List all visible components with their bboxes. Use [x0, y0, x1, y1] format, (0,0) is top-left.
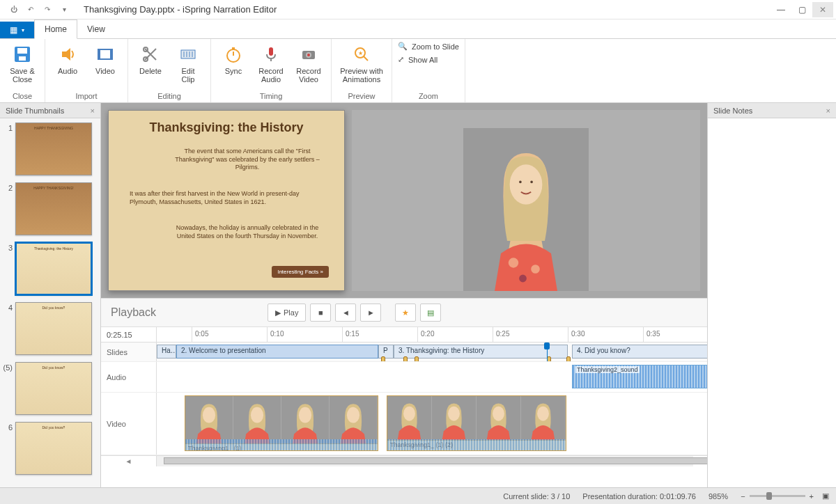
close-panel-icon[interactable]: ×: [826, 107, 830, 115]
video-clip[interactable]: Thanksgiving1_ (1): [185, 395, 378, 451]
thumbnail-item[interactable]: 3Thanksgiving: the History: [3, 242, 98, 295]
next-button[interactable]: ►: [360, 304, 381, 322]
menu-icon: ▦: [10, 25, 17, 35]
edit-clip-button[interactable]: Edit Clip: [171, 42, 205, 90]
tab-home[interactable]: Home: [34, 19, 77, 39]
thumbnail-item[interactable]: 2HAPPY THANKSGIVING!: [3, 182, 98, 235]
timeline-ruler[interactable]: 0:050:100:150:200:250:300:350:40: [157, 327, 707, 342]
zoom-slider[interactable]: − + ▣: [741, 491, 829, 501]
audio-track[interactable]: Thanksgiving2_sound: [157, 362, 707, 392]
ruler-tick: 0:35: [643, 327, 660, 342]
slide-clip[interactable]: 4. Did you know?: [572, 345, 707, 359]
zoom-slider-thumb[interactable]: [766, 492, 772, 500]
preview-animations-button[interactable]: ★ Preview with Animations: [337, 42, 386, 90]
power-icon[interactable]: ⏻: [7, 3, 21, 17]
record-video-button[interactable]: Record Video: [292, 42, 325, 90]
scroll-left-button[interactable]: ◄: [101, 456, 157, 466]
thumbnail-image[interactable]: Thanksgiving: the History: [15, 242, 92, 295]
show-all-button[interactable]: ⤢ Show All: [398, 55, 438, 64]
thumbnail-image[interactable]: Did you know?: [15, 422, 92, 475]
animation-marker[interactable]: [415, 356, 419, 361]
animation-marker[interactable]: [566, 356, 571, 361]
maximize-button[interactable]: ▢: [791, 2, 812, 17]
slide-clip[interactable]: 2. Welcome to presentation: [176, 345, 378, 359]
zoom-out-icon[interactable]: −: [741, 492, 745, 501]
prev-button[interactable]: ◄: [335, 304, 356, 322]
ribbon-group-zoom: 🔍 Zoom to Slide ⤢ Show All Zoom: [392, 39, 465, 102]
slides-track[interactable]: Ha…2. Welcome to presentationP3. Thanksg…: [157, 342, 707, 361]
animation-marker[interactable]: [381, 356, 385, 361]
thumbnail-image[interactable]: HAPPY THANKSGIVING!: [15, 182, 92, 235]
star-marker-button[interactable]: ★: [395, 304, 416, 322]
close-button[interactable]: ✕: [812, 2, 833, 17]
notes-content[interactable]: [708, 118, 836, 487]
window-controls: — ▢ ✕: [771, 2, 833, 17]
status-duration: Presentation duration: 0:01:09.76: [582, 492, 696, 501]
thumbnail-item[interactable]: 4Did you know?: [3, 302, 98, 355]
slide-paragraph: It was after their first harvest in the …: [109, 187, 344, 209]
ribbon-group-close: Save & Close Close: [0, 39, 45, 102]
thumbnail-item[interactable]: (5)Did you know?: [3, 362, 98, 415]
audio-button[interactable]: Audio: [51, 42, 84, 90]
zoom-fit-icon[interactable]: ▣: [822, 491, 829, 501]
zoom-slider-track[interactable]: [750, 495, 805, 497]
save-close-button[interactable]: Save & Close: [6, 42, 39, 90]
video-clip[interactable]: Thanksgiving1_ (1) (2): [387, 395, 566, 451]
thumbnail-image[interactable]: HAPPY THANKSGIVING: [15, 123, 92, 175]
statusbar: Current slide: 3 / 10 Presentation durat…: [0, 487, 836, 504]
timeline-row-audio: Audio Thanksgiving2_sound: [101, 362, 707, 393]
play-button[interactable]: ▶Play: [268, 304, 306, 322]
layout-toggle-button[interactable]: ▤: [420, 304, 441, 322]
slide-clip[interactable]: 3. Thanksgiving: the History: [394, 345, 568, 359]
svg-marker-3: [62, 48, 70, 61]
video-frame: [330, 396, 378, 443]
playhead[interactable]: [547, 342, 548, 361]
scissors-icon: [139, 43, 162, 65]
audio-clip-label: Thanksgiving2_sound: [575, 366, 640, 373]
video-preview: [352, 110, 700, 291]
stopwatch-icon: [222, 43, 245, 65]
file-tab[interactable]: ▦: [0, 22, 34, 38]
zoom-to-slide-button[interactable]: 🔍 Zoom to Slide: [398, 42, 459, 51]
star-icon: ★: [402, 308, 409, 317]
ribbon-group-timing: Sync Record Audio Record Video Timing: [211, 39, 332, 102]
thumbnail-item[interactable]: 6Did you know?: [3, 422, 98, 475]
scrollbar-thumb[interactable]: [164, 457, 707, 464]
thumbnail-image[interactable]: Did you know?: [15, 362, 92, 415]
stop-button[interactable]: ■: [310, 304, 331, 322]
animation-marker[interactable]: [403, 356, 408, 361]
sync-button[interactable]: Sync: [217, 42, 250, 90]
thumbnail-item[interactable]: 1HAPPY THANKSGIVING: [3, 123, 98, 175]
preview-area: Thanksgiving: the History The event that…: [101, 103, 707, 298]
slide-clip[interactable]: Ha…: [157, 345, 176, 359]
tab-view[interactable]: View: [77, 20, 115, 38]
thumbnail-number: 4: [3, 302, 13, 312]
timeline-ruler-row: 0:25.15 0:050:100:150:200:250:300:350:40: [101, 327, 707, 342]
zoom-in-icon[interactable]: +: [810, 492, 814, 501]
video-button[interactable]: Video: [88, 42, 122, 90]
svg-text:★: ★: [358, 50, 363, 56]
video-frame: [521, 396, 566, 440]
undo-icon[interactable]: ↶: [24, 3, 38, 17]
thumbnail-list[interactable]: 1HAPPY THANKSGIVING2HAPPY THANKSGIVING!3…: [0, 118, 100, 487]
timeline-row-slides: Slides Ha…2. Welcome to presentationP3. …: [101, 342, 707, 362]
thumbnail-number: 1: [3, 123, 13, 132]
thumbnail-number: 3: [3, 242, 13, 252]
timeline[interactable]: 0:25.15 0:050:100:150:200:250:300:350:40…: [101, 327, 707, 487]
record-audio-button[interactable]: Record Audio: [254, 42, 288, 90]
titlebar: ⏻ ↶ ↷ ▾ Thanksgiving Day.pptx - iSpring …: [0, 0, 836, 19]
svg-point-26: [509, 258, 518, 267]
delete-button[interactable]: Delete: [134, 42, 167, 90]
video-track[interactable]: Thanksgiving1_ (1)Thanksgiving1_ (1) (2): [157, 393, 707, 455]
svg-rect-9: [181, 50, 195, 58]
close-panel-icon[interactable]: ×: [91, 107, 95, 115]
timeline-scrollbar[interactable]: ◄ ►: [101, 455, 707, 466]
redo-icon[interactable]: ↷: [40, 3, 54, 17]
minimize-button[interactable]: —: [771, 2, 791, 17]
audio-clip[interactable]: Thanksgiving2_sound: [572, 365, 707, 388]
ribbon: Save & Close Close Audio Video Import De…: [0, 39, 836, 103]
thumbnail-image[interactable]: Did you know?: [15, 302, 92, 355]
horizontal-scrollbar[interactable]: [157, 456, 693, 466]
ribbon-group-import: Audio Video Import: [45, 39, 128, 102]
qat-dropdown-icon[interactable]: ▾: [57, 3, 71, 17]
